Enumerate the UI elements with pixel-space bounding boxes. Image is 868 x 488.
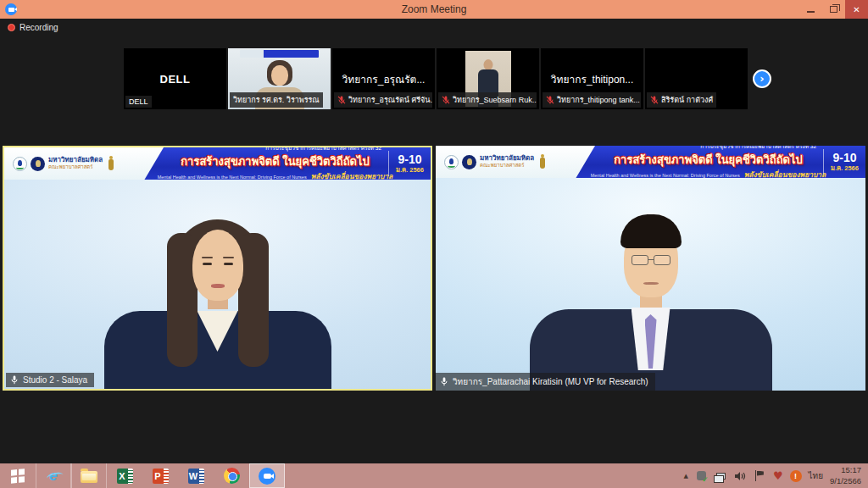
action-center-flag-icon[interactable] <box>754 469 766 482</box>
banner-date: 9-10 ม.ค. 2566 <box>388 151 431 176</box>
banner-date-monthyear: ม.ค. 2566 <box>396 167 424 174</box>
conference-line: การประชุมวิชาการคณะพยาบาลศาสตร์ ครั้งที่… <box>165 146 385 152</box>
mic-muted-icon <box>546 96 554 104</box>
tray-expand-icon[interactable]: ▲ <box>683 473 687 480</box>
folder-icon <box>81 471 97 483</box>
zoom-icon <box>259 468 275 485</box>
banner-subtitle-th: พลังขับเคลื่อนของพยาบาล <box>744 169 826 180</box>
participant-name-label: สิริรัตน์ กาตัวงศ์ <box>661 94 713 106</box>
video-name-tag-left: Studio 2 - Salaya <box>6 373 94 387</box>
banner-date: 9-10 ม.ค. 2566 <box>823 149 865 175</box>
mic-muted-icon <box>337 96 346 104</box>
zoom-meeting-window: Zoom Meeting ✕ Recording DELL DELL วิทยา… <box>0 0 868 488</box>
restore-icon <box>830 6 837 13</box>
taskbar-clock[interactable]: 15:17 9/1/2566 <box>830 465 861 486</box>
banner-date-monthyear: ม.ค. 2566 <box>831 165 859 172</box>
faculty-name: คณะพยาบาลศาสตร์ <box>480 163 534 169</box>
volume-icon[interactable] <box>734 469 747 482</box>
participant-name-label: วิทยากร_thitipong tank... <box>557 94 640 106</box>
university-emblem-icon <box>462 155 476 169</box>
banner-logos: มหาวิทยาลัยมหิดล คณะพยาบาลศาสตร์ <box>436 146 595 178</box>
windows-taskbar: e X P W ▲ ✓ <box>0 463 868 488</box>
mini-conference-banner <box>240 50 319 58</box>
banner-subtitle-en: Mental Health and Wellness is the Next N… <box>591 173 740 178</box>
university-name: มหาวิทยาลัยมหิดล <box>48 157 103 164</box>
video-name-label: วิทยากร_Pattarachai Kiratisin (MU VP for… <box>453 375 648 388</box>
language-indicator[interactable]: ไทย <box>809 469 823 482</box>
filmstrip-next-button[interactable]: › <box>753 69 771 88</box>
recording-dot-icon <box>8 24 15 31</box>
banner-logos: มหาวิทยาลัยมหิดล คณะพยาบาลศาสตร์ <box>4 147 164 180</box>
taskbar-internet-explorer[interactable]: e <box>36 463 71 488</box>
presenter-woman-figure <box>91 218 345 389</box>
award-statue-icon <box>539 154 545 169</box>
mic-icon <box>440 377 448 386</box>
participant-thumbnail-dell[interactable]: DELL DELL <box>124 48 226 109</box>
banner-title: การสร้างสุขภาพจิตดี ในยุคชีวิตวิถีถัดไป <box>165 152 385 170</box>
banner-title: การสร้างสุขภาพจิตดี ในยุคชีวิตวิถีถัดไป <box>597 151 820 169</box>
mic-icon <box>10 375 19 385</box>
faculty-emblem-icon <box>13 157 27 171</box>
banner-date-range: 9-10 <box>832 152 856 164</box>
participant-thumbnail-arunrat[interactable]: วิทยากร_อรุณรัต... วิทยากร_อรุณรัตน์ ศรี… <box>332 48 435 109</box>
participant-thumbnail-sirirat[interactable]: สิริรัตน์ กาตัวงศ์ <box>645 48 748 109</box>
award-statue-icon <box>108 156 114 171</box>
banner-subtitle-th: พลังขับเคลื่อนของพยาบาล <box>311 170 393 182</box>
main-video-left: มหาวิทยาลัยมหิดล คณะพยาบาลศาสตร์ การประช… <box>3 146 432 391</box>
recording-indicator: Recording <box>8 23 58 32</box>
participant-name-label: วิทยากร_Suebsarn Ruk... <box>453 94 537 106</box>
banner-subtitle-en: Mental Health and Wellness is the Next N… <box>158 175 307 180</box>
clock-date: 9/1/2566 <box>830 476 861 486</box>
taskbar-powerpoint[interactable]: P <box>142 463 178 488</box>
taskbar-word[interactable]: W <box>178 463 214 488</box>
mic-muted-icon <box>442 96 450 104</box>
conference-banner: มหาวิทยาลัยมหิดล คณะพยาบาลศาสตร์ การประช… <box>4 147 431 180</box>
system-tray: ▲ ✓ ♥ ! ไทย 15:17 9/1/2566 <box>683 463 868 488</box>
video-name-label: Studio 2 - Salaya <box>23 375 87 385</box>
presenter-man-figure <box>515 209 787 391</box>
banner-date-range: 9-10 <box>398 153 421 166</box>
network-icon[interactable] <box>715 469 727 482</box>
mic-muted-icon <box>650 96 659 104</box>
video-name-tag-right: วิทยากร_Pattarachai Kiratisin (MU VP for… <box>436 373 655 391</box>
chrome-icon <box>224 468 240 484</box>
taskbar-file-explorer[interactable] <box>71 463 107 488</box>
window-title: Zoom Meeting <box>0 3 868 15</box>
participant-name-label: DELL <box>129 97 148 106</box>
internet-explorer-icon: e <box>49 469 57 483</box>
warning-icon[interactable]: ! <box>790 470 802 482</box>
security-status-icon[interactable]: ✓ <box>695 469 708 482</box>
taskbar-chrome[interactable] <box>214 463 249 488</box>
antivirus-heart-icon[interactable]: ♥ <box>773 470 783 481</box>
participant-filmstrip: DELL DELL วิทยากร รศ.ดร. วิราพรรณ วิทยาก… <box>124 48 749 109</box>
faculty-name: คณะพยาบาลศาสตร์ <box>48 164 103 170</box>
conference-banner: มหาวิทยาลัยมหิดล คณะพยาบาลศาสตร์ การประช… <box>436 146 865 178</box>
participant-name-label: วิทยากร รศ.ดร. วิราพรรณ <box>233 94 320 106</box>
excel-icon: X <box>117 469 133 484</box>
main-video-right: มหาวิทยาลัยมหิดล คณะพยาบาลศาสตร์ การประช… <box>436 146 865 391</box>
taskbar-zoom[interactable] <box>249 463 285 488</box>
university-emblem-icon <box>31 157 45 171</box>
taskbar-excel[interactable]: X <box>107 463 142 488</box>
university-name: มหาวิทยาลัยมหิดล <box>480 155 534 163</box>
faculty-emblem-icon <box>444 155 459 169</box>
participant-thumbnail-speaker-video[interactable]: วิทยากร รศ.ดร. วิราพรรณ <box>228 48 331 109</box>
powerpoint-icon: P <box>153 469 169 484</box>
word-icon: W <box>188 469 204 484</box>
windows-logo-icon <box>11 469 25 483</box>
participant-thumbnail-thitipong[interactable]: วิทยากร_thitipon... วิทยากร_thitipong ta… <box>541 48 643 109</box>
title-bar[interactable]: Zoom Meeting ✕ <box>0 0 868 19</box>
recording-label: Recording <box>19 23 58 32</box>
clock-time: 15:17 <box>830 465 861 475</box>
start-button[interactable] <box>0 463 36 488</box>
participant-name-label: วิทยากร_อรุณรัตน์ ศรีจัน... <box>348 94 432 106</box>
participant-thumbnail-suebsarn[interactable]: วิทยากร_Suebsarn Ruk... <box>437 48 539 109</box>
